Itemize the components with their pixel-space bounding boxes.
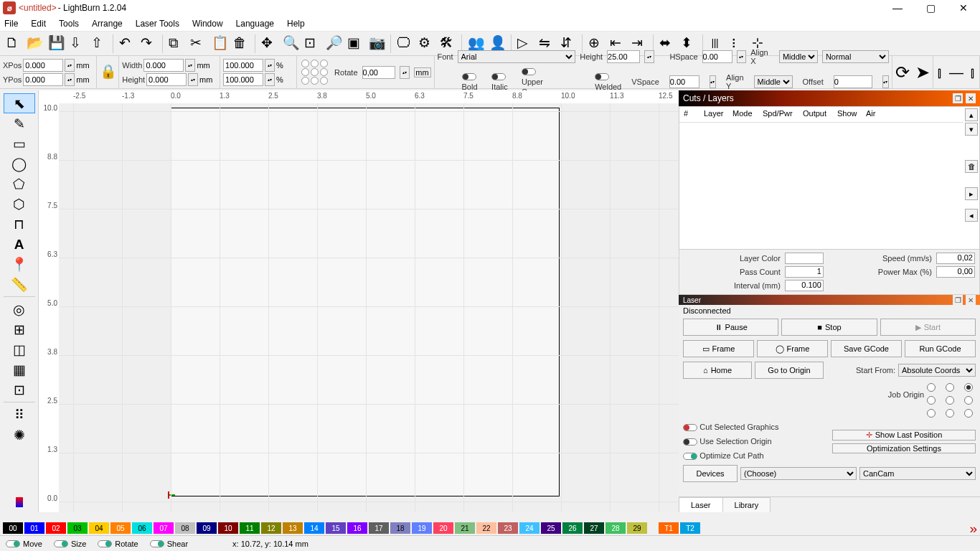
vspace-input[interactable]: [669, 75, 699, 88]
array-tool[interactable]: ▦: [4, 359, 35, 380]
float-icon[interactable]: ❐: [953, 93, 963, 103]
palette-swatch[interactable]: 21: [455, 522, 475, 534]
palette-swatch[interactable]: 23: [498, 522, 518, 534]
grid-array-tool[interactable]: ⠿: [4, 405, 35, 425]
weld-tool[interactable]: ⊞: [4, 319, 35, 339]
move-toggle[interactable]: [6, 540, 20, 547]
layer-color-swatch[interactable]: [785, 253, 824, 264]
save-icon[interactable]: 💾: [46, 34, 66, 54]
palette-swatch[interactable]: 19: [412, 522, 432, 534]
paste-icon[interactable]: 📋: [209, 34, 230, 54]
menu-tools[interactable]: Tools: [59, 19, 79, 29]
spin-icon[interactable]: ▴▾: [65, 59, 75, 72]
close-panel-icon[interactable]: ✕: [966, 295, 976, 305]
palette-swatch[interactable]: 05: [110, 522, 131, 534]
preview-icon[interactable]: 🖵: [395, 34, 415, 54]
ellipse-tool[interactable]: ◯: [4, 154, 35, 174]
layer-right-button[interactable]: ▸: [965, 187, 978, 200]
align-v2-icon[interactable]: ⫿: [969, 65, 976, 80]
menu-laser-tools[interactable]: Laser Tools: [136, 19, 179, 29]
layer-left-button[interactable]: ◂: [965, 209, 978, 222]
frame-circle-button[interactable]: ◯Frame: [757, 340, 828, 357]
gear-icon[interactable]: ⚙: [416, 34, 436, 54]
palette-swatch[interactable]: 03: [67, 522, 88, 534]
open-icon[interactable]: 📂: [24, 34, 44, 54]
optimize-cut-path-toggle[interactable]: [683, 453, 697, 460]
new-icon[interactable]: 🗋: [3, 34, 23, 54]
stop-button[interactable]: ■Stop: [781, 319, 877, 336]
welded-toggle[interactable]: [595, 73, 609, 80]
palette-swatch[interactable]: 15: [326, 522, 346, 534]
start-button[interactable]: ▶Start: [880, 319, 976, 336]
palette-swatch[interactable]: 26: [562, 522, 583, 534]
pan-icon[interactable]: ✥: [259, 34, 279, 54]
rotate-toggle[interactable]: [98, 540, 112, 547]
optimization-settings-button[interactable]: Optimization Settings: [832, 443, 976, 453]
grid-tool[interactable]: ⊡: [4, 380, 35, 400]
zoom-in-icon[interactable]: 🔍: [281, 34, 301, 54]
layer-down-button[interactable]: ▾: [965, 123, 978, 136]
measure-tool[interactable]: 📏: [4, 274, 35, 294]
copy-icon[interactable]: ⧉: [166, 34, 187, 54]
menu-edit[interactable]: Edit: [31, 19, 46, 29]
palette-swatch[interactable]: 04: [89, 522, 109, 534]
palette-swatch[interactable]: 10: [218, 522, 238, 534]
pause-button[interactable]: ⏸Pause: [683, 319, 778, 336]
laser-header[interactable]: Laser ❐✕: [679, 295, 980, 305]
device-select[interactable]: CanCam: [859, 467, 976, 480]
edit-nodes-tool[interactable]: ⊓: [4, 214, 35, 234]
width-input[interactable]: [143, 59, 184, 72]
export-icon[interactable]: ⇧: [89, 34, 109, 54]
cut-icon[interactable]: ✂: [188, 34, 208, 54]
tab-library[interactable]: Library: [722, 497, 771, 512]
save-gcode-button[interactable]: Save GCode: [831, 340, 902, 357]
align-v-icon[interactable]: ⫿: [936, 65, 943, 80]
textmode-select[interactable]: Normal: [822, 50, 889, 63]
palette-swatch[interactable]: 06: [132, 522, 152, 534]
canvas[interactable]: [59, 103, 679, 512]
use-selection-origin-toggle[interactable]: [683, 438, 697, 446]
align-h-icon[interactable]: —: [949, 65, 963, 80]
hspace-input[interactable]: [702, 50, 732, 63]
palette-swatch[interactable]: 14: [304, 522, 324, 534]
text-tool[interactable]: A: [4, 234, 35, 254]
palette-tool-swatch[interactable]: T1: [659, 522, 679, 534]
palette-swatch[interactable]: 16: [347, 522, 367, 534]
undo-icon[interactable]: ↶: [117, 34, 137, 54]
select-all-icon[interactable]: ▣: [345, 34, 365, 54]
delete-icon[interactable]: 🗑: [231, 34, 251, 54]
power-max-input[interactable]: 0,00: [936, 266, 975, 278]
palette-swatch[interactable]: 27: [584, 522, 604, 534]
alignx-select[interactable]: Middle: [779, 50, 818, 63]
close-panel-icon[interactable]: ✕: [966, 93, 976, 103]
font-select[interactable]: Arial: [458, 50, 576, 63]
import-icon[interactable]: ⇩: [67, 34, 88, 54]
go-to-origin-button[interactable]: Go to Origin: [755, 362, 824, 379]
menu-language[interactable]: Language: [236, 19, 274, 29]
start-from-select[interactable]: Absolute Coords: [898, 364, 976, 377]
xpos-input[interactable]: [23, 59, 63, 72]
pass-count-input[interactable]: 1: [785, 266, 824, 278]
rect-tool[interactable]: ▭: [4, 133, 35, 154]
layer-up-button[interactable]: ▴: [965, 108, 978, 121]
palette-swatch[interactable]: 29: [627, 522, 647, 534]
refresh-icon[interactable]: ⟳: [895, 64, 910, 81]
palette-swatch[interactable]: 28: [606, 522, 626, 534]
scale-x-input[interactable]: [223, 59, 263, 72]
palette-more-icon[interactable]: »: [969, 522, 977, 535]
zoom-out-icon[interactable]: 🔎: [324, 34, 344, 54]
palette-swatch[interactable]: 07: [154, 522, 174, 534]
palette-swatch[interactable]: 24: [519, 522, 540, 534]
polygon-tool[interactable]: ⬠: [4, 174, 35, 194]
menu-help[interactable]: Help: [287, 19, 305, 29]
cut-selected-toggle[interactable]: [683, 424, 697, 431]
camera-icon[interactable]: 📷: [367, 34, 387, 54]
frame-rect-button[interactable]: ▭Frame: [683, 340, 754, 357]
minimize-button[interactable]: —: [881, 0, 914, 16]
lock-icon[interactable]: 🔒: [100, 65, 116, 80]
menu-arrange[interactable]: Arrange: [92, 19, 123, 29]
zoom-fit-icon[interactable]: ⊡: [302, 34, 322, 54]
palette-swatch[interactable]: 01: [24, 522, 44, 534]
layer-delete-button[interactable]: 🗑: [965, 160, 978, 173]
scale-y-input[interactable]: [223, 73, 263, 86]
